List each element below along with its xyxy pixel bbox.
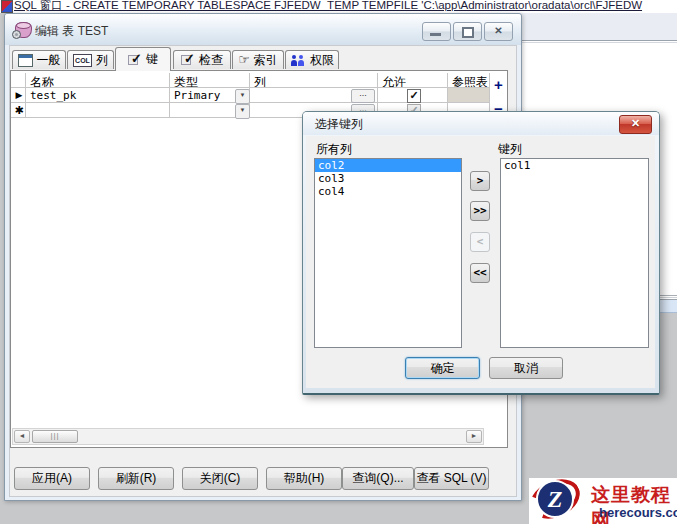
dialog-titlebar[interactable]: 选择键列 ✕: [303, 112, 659, 135]
grid-header-columns: 列: [250, 73, 378, 88]
restore-button[interactable]: [453, 22, 482, 41]
move-all-left-button[interactable]: <<: [470, 263, 490, 283]
close-icon: ✕: [494, 25, 502, 36]
dialog-title: 选择键列: [315, 116, 363, 133]
type-dropdown-button[interactable]: ▼: [235, 89, 250, 104]
tab-general[interactable]: 一般: [12, 50, 66, 69]
key-columns-label: 键列: [498, 141, 522, 158]
scroll-left-icon: ◄: [19, 432, 26, 439]
grid-header-allow: 允许: [378, 73, 448, 88]
plus-icon: +: [494, 76, 503, 93]
cell-name[interactable]: test_pk: [26, 88, 170, 103]
grip-icon: |||: [50, 431, 59, 440]
chevron-down-icon: ▼: [240, 92, 246, 98]
scroll-left-button[interactable]: ◄: [14, 430, 30, 443]
close-icon: ✕: [631, 117, 640, 129]
grid-header-name: 名称: [26, 73, 170, 88]
cancel-button[interactable]: 取消: [489, 357, 563, 379]
allow-checkbox-checked[interactable]: ✓: [407, 89, 421, 103]
dialog-close-button[interactable]: ✕: [619, 115, 652, 134]
apply-button[interactable]: 应用(A): [14, 467, 90, 490]
move-right-button[interactable]: >: [470, 171, 490, 191]
grid-header-reftable: 参照表: [448, 73, 490, 88]
background-sql-window-title: SQL 窗口 - CREATE TEMPORARY TABLESPACE FJF…: [14, 0, 642, 13]
columns-ellipsis-button[interactable]: ...: [351, 89, 375, 103]
index-icon: ☞: [238, 54, 250, 66]
logo-domain: herecours.com: [599, 505, 677, 520]
minimize-icon: [430, 33, 441, 36]
close-window-button[interactable]: 关闭(C): [182, 467, 258, 490]
close-button[interactable]: ✕: [484, 22, 513, 41]
scrollbar-thumb[interactable]: |||: [32, 430, 78, 443]
columns-icon: COL: [73, 54, 92, 67]
move-all-right-button[interactable]: >>: [470, 201, 490, 221]
tab-privileges[interactable]: 权限: [285, 50, 339, 69]
check-icon: ✓: [409, 89, 418, 101]
chevron-down-icon: ▼: [240, 107, 246, 113]
tab-keys[interactable]: ✓ 键: [115, 47, 171, 71]
background-divider: [520, 40, 677, 41]
help-button[interactable]: 帮助(H): [266, 467, 342, 490]
row-selector-current[interactable]: ▶: [11, 88, 26, 103]
background-divider: [520, 42, 677, 43]
ok-button[interactable]: 确定: [405, 357, 480, 379]
key-check-icon: ✓: [128, 54, 142, 66]
cell-reftable-disabled: [448, 88, 490, 103]
tab-label: 索引: [254, 52, 278, 69]
tab-indexes[interactable]: ☞ 索引: [232, 50, 284, 69]
tab-label: 权限: [310, 52, 334, 69]
list-item[interactable]: col3: [315, 172, 461, 185]
logo-letter: Z: [548, 486, 563, 512]
minimize-button[interactable]: [422, 22, 451, 41]
key-columns-listbox[interactable]: col1: [500, 158, 649, 348]
scroll-right-button[interactable]: ►: [466, 430, 482, 443]
dialog-client-area: 所有列 键列 col2 col3 col4 col1 > >> < << 确定 …: [306, 136, 655, 388]
window-title: 编辑 表 TEST: [35, 23, 108, 40]
add-row-button[interactable]: +: [490, 78, 507, 92]
type-dropdown-button[interactable]: ▼: [235, 104, 250, 119]
list-item[interactable]: col4: [315, 185, 461, 198]
logo-circle: Z: [536, 480, 574, 518]
site-logo: Z 这里教程网 herecours.com: [529, 478, 677, 524]
tab-columns[interactable]: COL 列: [67, 50, 114, 69]
background-panel-band: [520, 13, 677, 40]
tab-label: 键: [146, 51, 158, 68]
all-columns-label: 所有列: [316, 141, 352, 158]
row-selector-new[interactable]: ✱: [11, 103, 26, 118]
tab-checks[interactable]: ✓ 检查: [173, 50, 231, 69]
table-icon: [15, 22, 32, 38]
refresh-button[interactable]: 刷新(R): [98, 467, 174, 490]
list-item-selected[interactable]: col2: [315, 159, 461, 172]
sql-window-icon: [1, 0, 13, 13]
form-icon: [18, 54, 33, 67]
tab-label: 列: [96, 52, 108, 69]
list-item[interactable]: col1: [501, 159, 648, 172]
view-sql-button[interactable]: 查看 SQL (V): [414, 467, 489, 490]
scroll-right-icon: ►: [471, 432, 478, 439]
tab-label: 一般: [37, 52, 61, 69]
cell-name-empty[interactable]: [26, 103, 170, 118]
select-key-columns-dialog: 选择键列 ✕ 所有列 键列 col2 col3 col4 col1 > >> <…: [302, 111, 660, 395]
restore-icon: [462, 27, 474, 38]
background-sql-window-titlebar: SQL 窗口 - CREATE TEMPORARY TABLESPACE FJF…: [0, 0, 677, 13]
ellipsis-icon: ...: [359, 88, 367, 98]
grid-header-selector: [11, 73, 26, 88]
window-titlebar[interactable]: 编辑 表 TEST ✕: [5, 14, 521, 45]
query-button[interactable]: 查询(Q)...: [342, 467, 414, 490]
horizontal-scrollbar[interactable]: ◄ ||| ►: [12, 428, 484, 445]
grid-header-type: 类型: [170, 73, 250, 88]
check-icon: ✓: [181, 54, 195, 66]
tab-label: 检查: [199, 52, 223, 69]
all-columns-listbox[interactable]: col2 col3 col4: [314, 158, 462, 348]
users-icon: [290, 54, 306, 66]
move-left-button-disabled: <: [470, 232, 490, 252]
